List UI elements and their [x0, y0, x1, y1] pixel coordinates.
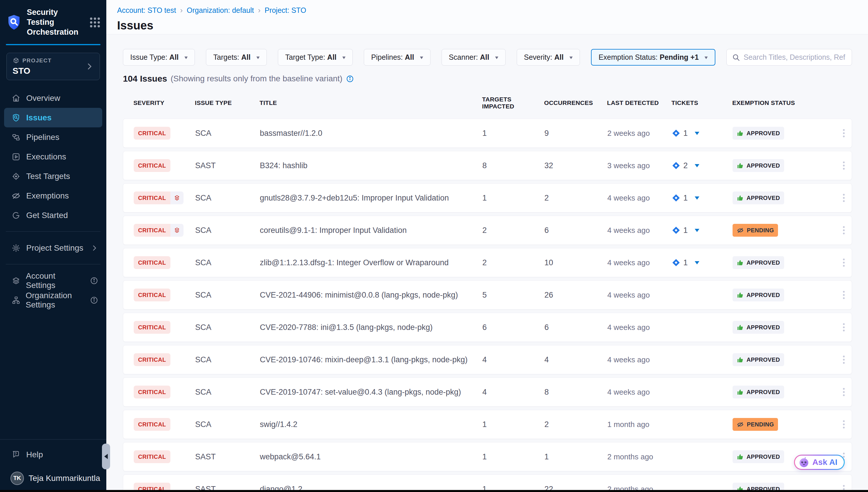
table-row[interactable]: CRITICAL SCA bassmaster//1.2.0 1 9 2 wee… [123, 119, 852, 148]
filter-value: All [480, 53, 489, 61]
filter-target-type[interactable]: Target Type: All ▾ [278, 49, 353, 66]
exemption-status-label: PENDING [747, 227, 774, 234]
targets-impacted: 1 [482, 129, 544, 138]
shield-search-icon [12, 113, 21, 122]
filter-severity[interactable]: Severity: All ▾ [517, 49, 580, 66]
ticket-cell[interactable]: 1 [672, 258, 733, 267]
exemption-status-label: APPROVED [746, 324, 780, 331]
thumbs-up-icon [737, 356, 744, 363]
sidebar-item-issues[interactable]: Issues [4, 108, 102, 127]
main-content: Account: STO test › Organization: defaul… [106, 0, 868, 492]
exemption-status-label: APPROVED [746, 453, 780, 460]
table-row[interactable]: CRITICAL SCA zlib@1:1.2.13.dfsg-1: Integ… [123, 248, 852, 277]
column-header-occurrences: OCCURRENCES [544, 99, 607, 106]
table-row[interactable]: CRITICAL SCA swig//1.4.2 1 2 1 month ago [123, 410, 852, 439]
targets-impacted: 2 [482, 226, 544, 235]
breadcrumb-project[interactable]: Project: STO [264, 6, 306, 15]
sidebar-item-organization-settings[interactable]: Organization Settings [0, 290, 106, 310]
issue-title: webpack@5.64.1 [260, 452, 482, 461]
sidebar-item-label: Exemptions [26, 191, 69, 200]
severity-badge: CRITICAL [134, 127, 170, 140]
sidebar-item-overview[interactable]: Overview [0, 88, 106, 108]
eye-slash-icon [737, 421, 744, 428]
severity-badge: CRITICAL [134, 321, 170, 334]
chevron-down-icon: ▾ [184, 54, 188, 60]
issue-title: CVE-2019-10747: set-value@0.4.3 (lang-pk… [260, 388, 482, 397]
row-menu-button[interactable] [840, 223, 848, 237]
row-menu-button[interactable] [840, 126, 848, 140]
table-row[interactable]: CRITICAL SCA CVE-2021-44906: minimist@0.… [123, 280, 852, 310]
search-input[interactable] [744, 53, 846, 62]
table-row[interactable]: CRITICAL SCA CVE-2019-10747: set-value@0… [123, 377, 852, 407]
issue-title: CVE-2021-44906: minimist@0.0.8 (lang-pkg… [260, 291, 482, 300]
ticket-cell[interactable]: 1 [672, 194, 733, 202]
row-menu-button[interactable] [840, 320, 848, 334]
issue-type: SCA [195, 420, 260, 429]
table-row[interactable]: CRITICAL SCA coreutils@9.1-1: Improper I… [123, 216, 852, 245]
issue-title: swig//1.4.2 [260, 420, 482, 429]
user-name: Teja Kummarikuntla [29, 474, 100, 483]
row-menu-button[interactable] [840, 158, 848, 173]
table-row[interactable]: CRITICAL SCA CVE-2020-7788: ini@1.3.5 (l… [123, 313, 852, 342]
filter-issue-type[interactable]: Issue Type: All ▾ [123, 49, 195, 66]
column-header-title: TITLE [260, 99, 482, 106]
targets-impacted: 5 [482, 291, 544, 300]
exemption-status-label: APPROVED [746, 130, 780, 137]
occurrences: 2 [544, 194, 607, 202]
ticket-cell[interactable]: 2 [672, 161, 733, 170]
sidebar-item-test-targets[interactable]: Test Targets [0, 167, 106, 186]
table-row[interactable]: CRITICAL SAST django@1.2 1 22 2 months a… [123, 474, 852, 492]
severity-label: CRITICAL [134, 256, 170, 269]
table-row[interactable]: CRITICAL SCA gnutls28@3.7.9-2+deb12u5: I… [123, 183, 852, 213]
sidebar-collapse-handle[interactable] [102, 444, 110, 469]
sidebar-item-get-started[interactable]: Get Started [0, 205, 106, 225]
ticket-cell[interactable]: 1 [672, 129, 733, 138]
filter-label: Exemption Status: [599, 53, 658, 61]
sidebar-item-exemptions[interactable]: Exemptions [0, 186, 106, 205]
module-accent-line [6, 44, 101, 45]
issue-type: SAST [195, 452, 260, 461]
sidebar-item-pipelines[interactable]: Pipelines [0, 127, 106, 147]
row-menu-button[interactable] [840, 417, 848, 432]
issue-title: B324: hashlib [260, 161, 482, 170]
info-icon[interactable] [90, 277, 98, 285]
app-switcher-icon[interactable] [90, 18, 100, 27]
last-detected: 3 weeks ago [607, 161, 672, 170]
breadcrumb-organization[interactable]: Organization: default [187, 6, 254, 15]
last-detected: 2 months ago [607, 452, 672, 461]
row-menu-button[interactable] [840, 191, 848, 205]
eye-slash-icon [737, 227, 744, 234]
search-icon [732, 53, 740, 62]
table-row[interactable]: CRITICAL SCA CVE-2019-10746: mixin-deep@… [123, 345, 852, 374]
filter-exemption-status[interactable]: Exemption Status: Pending +1 ▾ [591, 49, 715, 66]
sidebar-item-help[interactable]: ? Help [0, 445, 106, 464]
breadcrumb-account[interactable]: Account: STO test [117, 6, 176, 15]
filter-label: Issue Type: [130, 53, 167, 61]
sidebar-item-account-settings[interactable]: Account Settings [0, 271, 106, 290]
row-menu-button[interactable] [840, 288, 848, 302]
info-icon[interactable] [90, 296, 98, 304]
last-detected: 4 weeks ago [607, 355, 672, 364]
sidebar-item-executions[interactable]: Executions [0, 147, 106, 167]
issue-type: SCA [195, 129, 260, 138]
issue-type: SCA [195, 323, 260, 332]
table-row[interactable]: CRITICAL SAST B324: hashlib 8 32 3 weeks… [123, 151, 852, 180]
issues-count: 104 Issues [123, 74, 167, 84]
row-menu-button[interactable] [840, 353, 848, 367]
ticket-cell[interactable]: 1 [672, 226, 733, 235]
user-profile[interactable]: TK Teja Kummarikuntla [0, 468, 106, 488]
ask-ai-button[interactable]: Ask AI [794, 455, 845, 470]
project-selector[interactable]: PROJECT STO [6, 53, 100, 80]
chevron-down-icon [695, 229, 699, 232]
ticket-count: 1 [683, 194, 688, 202]
issue-title: CVE-2019-10746: mixin-deep@1.3.1 (lang-p… [260, 355, 482, 364]
exemption-status-badge: PENDING [733, 418, 778, 431]
filter-pipelines[interactable]: Pipelines: All ▾ [364, 49, 430, 66]
table-row[interactable]: CRITICAL SAST webpack@5.64.1 1 1 2 month… [123, 442, 852, 471]
info-icon[interactable] [346, 75, 354, 83]
filter-targets[interactable]: Targets: All ▾ [206, 49, 267, 66]
row-menu-button[interactable] [840, 385, 848, 399]
filter-scanner[interactable]: Scanner: All ▾ [442, 49, 506, 66]
row-menu-button[interactable] [840, 255, 848, 270]
sidebar-item-project-settings[interactable]: Project Settings [0, 238, 106, 258]
